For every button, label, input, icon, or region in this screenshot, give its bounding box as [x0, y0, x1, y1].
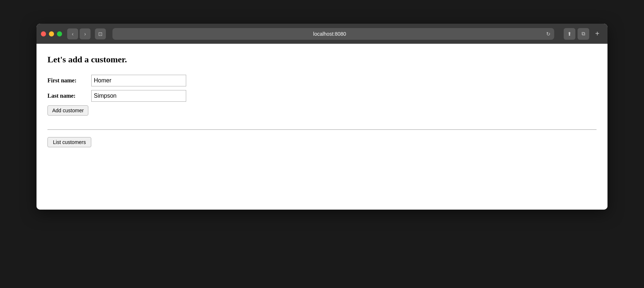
section-divider: [47, 129, 597, 130]
page-title: Let's add a customer.: [47, 55, 597, 65]
nav-buttons: ‹ ›: [67, 28, 91, 39]
url-bar[interactable]: localhost:8080 ↻: [112, 28, 554, 40]
reload-button[interactable]: ↻: [546, 31, 551, 37]
first-name-label: First name:: [47, 77, 91, 84]
reload-icon: ↻: [546, 31, 551, 37]
add-customer-form: First name: Last name: Add customer: [47, 75, 597, 122]
back-button[interactable]: ‹: [67, 28, 78, 39]
share-button[interactable]: ⬆: [564, 28, 575, 40]
tabs-button[interactable]: ⧉: [578, 28, 589, 40]
add-customer-button[interactable]: Add customer: [47, 105, 88, 116]
browser-actions: ⬆ ⧉ +: [564, 28, 603, 40]
first-name-input[interactable]: [91, 75, 186, 86]
browser-window: ‹ › ⊡ localhost:8080 ↻ ⬆ ⧉ + Let's add a…: [37, 24, 607, 210]
new-tab-icon: +: [595, 30, 599, 38]
forward-button[interactable]: ›: [80, 28, 91, 39]
new-tab-button[interactable]: +: [591, 28, 603, 40]
page-content: Let's add a customer. First name: Last n…: [37, 44, 607, 210]
close-button[interactable]: [41, 31, 46, 36]
last-name-label: Last name:: [47, 93, 91, 99]
last-name-input[interactable]: [91, 90, 186, 102]
sidebar-toggle-button[interactable]: ⊡: [95, 28, 106, 39]
list-customers-button[interactable]: List customers: [47, 137, 91, 147]
traffic-lights: [41, 31, 62, 36]
sidebar-toggle-icon: ⊡: [98, 31, 103, 37]
tabs-icon: ⧉: [582, 31, 585, 37]
first-name-row: First name:: [47, 75, 597, 86]
browser-chrome: ‹ › ⊡ localhost:8080 ↻ ⬆ ⧉ +: [37, 24, 607, 44]
minimize-button[interactable]: [49, 31, 54, 36]
fullscreen-button[interactable]: [57, 31, 62, 36]
url-text: localhost:8080: [116, 31, 543, 37]
last-name-row: Last name:: [47, 90, 597, 102]
share-icon: ⬆: [567, 31, 572, 37]
